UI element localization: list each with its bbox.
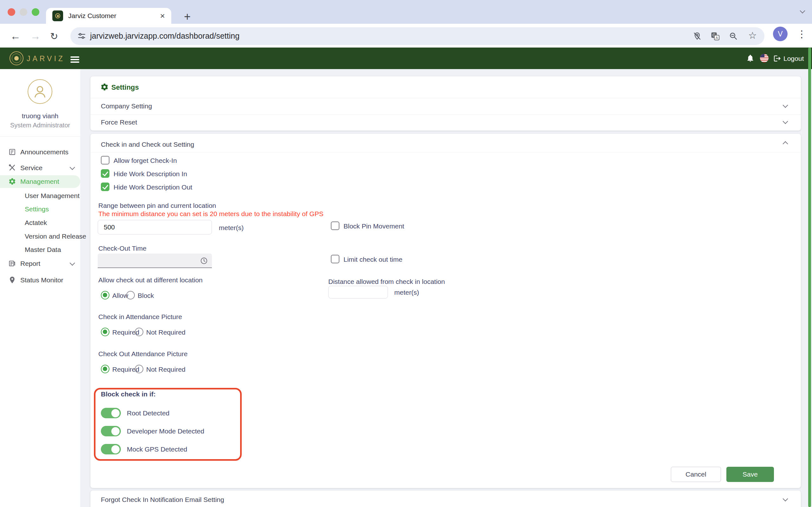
- diff-location-allow-radio[interactable]: [101, 291, 109, 299]
- limit-checkout-time-checkbox[interactable]: [331, 255, 339, 263]
- traffic-light-close[interactable]: [8, 8, 15, 16]
- back-button[interactable]: ←: [10, 30, 20, 42]
- page-title: Settings: [111, 83, 139, 92]
- sidebar-item-management[interactable]: Management: [0, 175, 80, 188]
- checkin-checkout-card: Check in and Check out Setting Allow for…: [90, 134, 801, 488]
- sidebar-item-status-monitor[interactable]: Status Monitor: [0, 274, 80, 286]
- svg-text:A: A: [716, 36, 718, 40]
- save-button[interactable]: Save: [726, 467, 774, 482]
- logout-icon[interactable]: [773, 55, 781, 64]
- traffic-light-minimize[interactable]: [20, 8, 27, 16]
- settings-card: Settings Company Setting Force Reset: [90, 76, 801, 130]
- sidebar: truong vianh System Administrator Announ…: [0, 69, 80, 507]
- checkin-setting-chevron-icon: [783, 141, 788, 147]
- block-pin-movement-checkbox[interactable]: [331, 222, 339, 230]
- user-name: truong vianh: [0, 112, 80, 120]
- address-bar[interactable]: jarvizweb.jarvizapp.com/dashborad/settin…: [70, 27, 764, 45]
- browser-tab-strip: Jarviz Customer × +: [0, 0, 812, 24]
- allow-forget-checkin-label: Allow forget Check-In: [113, 157, 177, 164]
- divider: [90, 152, 801, 153]
- cancel-button[interactable]: Cancel: [671, 467, 721, 482]
- logout-button[interactable]: Logout: [783, 55, 804, 62]
- checkin-picture-not-required-radio[interactable]: [135, 328, 143, 336]
- range-input[interactable]: [98, 220, 212, 234]
- checkout-picture-required-radio[interactable]: [101, 365, 109, 373]
- service-tools-icon: [8, 164, 16, 173]
- company-setting-chevron-icon: [783, 103, 788, 108]
- traffic-light-zoom[interactable]: [32, 8, 39, 16]
- sidebar-item-actatek[interactable]: Actatek: [0, 216, 80, 229]
- sidebar-item-version-and-release[interactable]: Version and Release: [0, 230, 80, 243]
- block-checkin-label: Block check in if:: [101, 390, 156, 398]
- checkout-picture-not-required-radio[interactable]: [135, 365, 143, 373]
- mock-gps-toggle[interactable]: [101, 444, 121, 454]
- location-off-icon[interactable]: [693, 32, 702, 42]
- notifications-bell-icon[interactable]: [746, 54, 755, 64]
- browser-menu-icon[interactable]: ⋮: [797, 28, 807, 40]
- sidebar-divider: [0, 136, 80, 136]
- hide-work-description-in-checkbox[interactable]: [101, 169, 109, 178]
- app-header: JARVIZ: [0, 48, 812, 69]
- accordion-force-reset[interactable]: Force Reset: [90, 115, 801, 130]
- accordion-checkin-setting[interactable]: Check in and Check out Setting: [90, 134, 801, 152]
- checkout-time-label: Check-Out Time: [98, 245, 147, 252]
- language-flag-icon[interactable]: [760, 54, 768, 62]
- sidebar-item-announcements[interactable]: Announcements: [0, 146, 80, 158]
- checkin-picture-label: Check in Attendance Picture: [98, 313, 182, 321]
- distance-allowed-input[interactable]: [328, 286, 388, 298]
- site-settings-icon[interactable]: [78, 32, 86, 42]
- force-reset-chevron-icon: [783, 119, 788, 124]
- root-detected-toggle[interactable]: [101, 408, 121, 418]
- diff-location-label: Allow check out at different location: [98, 276, 203, 284]
- clock-icon[interactable]: [200, 257, 208, 266]
- distance-allowed-label: Distance allowed from check in location: [328, 278, 445, 285]
- sidebar-item-report[interactable]: Report: [0, 257, 80, 270]
- hide-work-description-in-label: Hide Work Description In: [113, 170, 187, 178]
- sidebar-item-user-management[interactable]: User Management: [0, 189, 80, 202]
- checkin-picture-required-radio[interactable]: [101, 328, 109, 336]
- zoom-out-icon[interactable]: [729, 32, 738, 42]
- distance-allowed-unit-label: meter(s): [394, 289, 419, 296]
- forgot-email-card: Forgot Check In Notification Email Setti…: [90, 491, 801, 507]
- tab-search-chevron-icon[interactable]: [800, 8, 805, 14]
- accordion-forgot-email[interactable]: Forgot Check In Notification Email Setti…: [90, 491, 801, 507]
- favicon-jarviz: [52, 10, 63, 21]
- sidebar-item-settings[interactable]: Settings: [0, 203, 80, 216]
- checkout-time-input[interactable]: [98, 253, 212, 268]
- service-chevron-icon: [70, 165, 75, 170]
- hide-work-description-out-label: Hide Work Description Out: [113, 183, 192, 191]
- developer-mode-label: Developer Mode Detected: [127, 428, 204, 435]
- hide-work-description-out-checkbox[interactable]: [101, 182, 109, 191]
- range-warning-text: The minimum distance you can set is 20 m…: [98, 210, 323, 218]
- report-icon: [8, 260, 16, 269]
- user-avatar: [28, 79, 52, 104]
- location-pin-icon: [8, 276, 16, 285]
- checkin-picture-not-required-label: Not Required: [146, 329, 186, 336]
- bookmark-star-icon[interactable]: ☆: [748, 30, 757, 41]
- brand-name: JARVIZ: [27, 55, 65, 63]
- tab-close-icon[interactable]: ×: [160, 12, 165, 20]
- developer-mode-toggle[interactable]: [101, 426, 121, 436]
- translate-icon[interactable]: G A: [711, 32, 720, 42]
- range-label: Range between pin and current location: [98, 202, 216, 210]
- sidebar-item-master-data[interactable]: Master Data: [0, 243, 80, 256]
- limit-checkout-time-label: Limit check out time: [344, 256, 403, 263]
- forward-button[interactable]: →: [30, 30, 41, 42]
- block-pin-movement-label: Block Pin Movement: [344, 222, 404, 230]
- browser-tab[interactable]: Jarviz Customer ×: [46, 8, 171, 24]
- reload-button[interactable]: ↻: [50, 31, 58, 42]
- allow-forget-checkin-checkbox[interactable]: [101, 156, 109, 164]
- forgot-email-chevron-icon: [783, 496, 788, 502]
- browser-profile-avatar[interactable]: V: [773, 26, 788, 41]
- root-detected-label: Root Detected: [127, 409, 169, 417]
- url-text[interactable]: jarvizweb.jarvizapp.com/dashborad/settin…: [90, 32, 240, 41]
- mock-gps-label: Mock GPS Detected: [127, 446, 187, 453]
- sidebar-toggle-button[interactable]: [70, 56, 79, 64]
- accordion-company-setting[interactable]: Company Setting: [90, 98, 801, 114]
- page-scrollbar[interactable]: [808, 48, 811, 507]
- sidebar-item-service[interactable]: Service: [0, 162, 80, 174]
- new-tab-button[interactable]: +: [184, 10, 191, 23]
- tab-title: Jarviz Customer: [68, 12, 155, 20]
- diff-location-allow-label: Allow: [112, 292, 128, 299]
- diff-location-block-radio[interactable]: [126, 291, 135, 299]
